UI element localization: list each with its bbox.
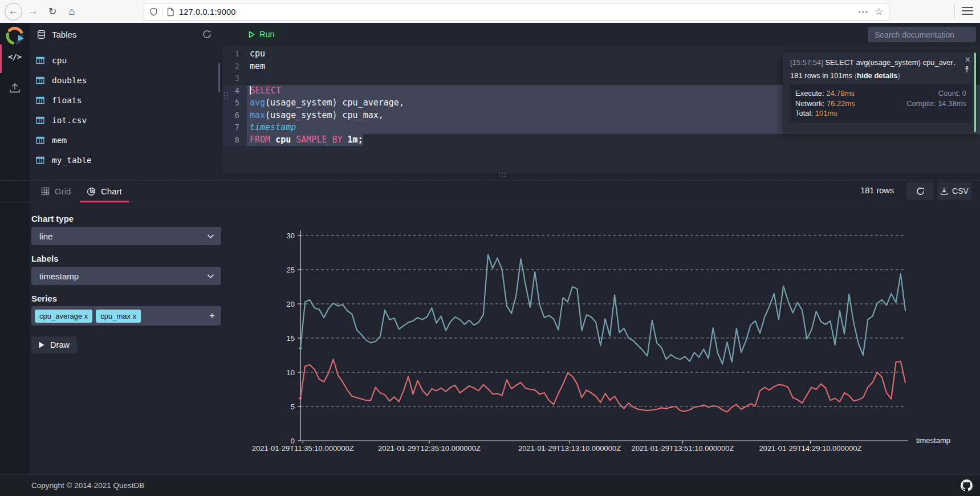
bookmark-star-icon[interactable]: ☆ xyxy=(875,6,883,18)
table-list-item[interactable]: floats xyxy=(30,90,218,110)
labels-value: timestamp xyxy=(39,271,79,281)
run-query-button[interactable]: Run xyxy=(241,26,283,42)
pie-chart-icon xyxy=(87,187,96,196)
table-icon xyxy=(35,156,45,165)
code-text: mem xyxy=(247,60,265,73)
table-icon xyxy=(35,76,45,85)
series-input[interactable]: cpu_average xcpu_max x+ xyxy=(31,306,221,326)
results-panel: Grid Chart 181 rows CSV Chart type line … xyxy=(0,180,980,475)
page-icon xyxy=(166,7,174,17)
line-number: 6 xyxy=(223,109,247,122)
browser-menu-icon[interactable] xyxy=(962,7,973,15)
shield-icon[interactable] xyxy=(149,7,158,17)
network-value: 76.22ms xyxy=(827,99,855,108)
grid-icon xyxy=(41,187,50,196)
table-list-item[interactable]: my_table xyxy=(30,150,218,170)
browser-reload-button[interactable]: ↻ xyxy=(44,5,61,18)
svg-text:30: 30 xyxy=(287,231,295,240)
notification-summary: 181 rows in 101ms (hide details) xyxy=(790,71,900,80)
network-label: Network: xyxy=(795,99,824,108)
table-list-item[interactable]: doubles xyxy=(30,70,218,90)
page-actions-icon[interactable]: ··· xyxy=(859,7,869,17)
questdb-console: { "browser": { "url": "127.0.0.1:9000" }… xyxy=(0,0,980,496)
total-label: Total: xyxy=(795,109,813,117)
chevron-down-icon xyxy=(207,234,214,239)
code-text xyxy=(247,72,250,85)
table-list-item[interactable]: mem xyxy=(30,130,218,150)
run-label: Run xyxy=(259,30,275,39)
results-tab-row: Grid Chart 181 rows CSV xyxy=(0,181,980,202)
svg-text:5: 5 xyxy=(291,403,295,411)
rows-time-summary: 181 rows in 101ms xyxy=(790,71,855,80)
draw-button[interactable]: Draw xyxy=(31,336,77,353)
svg-text:2021-01-29T13:13:10.000000Z: 2021-01-29T13:13:10.000000Z xyxy=(518,444,621,453)
svg-text:10: 10 xyxy=(287,368,295,377)
sql-editor-rail-icon[interactable]: </> xyxy=(0,52,30,61)
svg-text:15: 15 xyxy=(287,334,295,343)
labels-label: Labels xyxy=(31,254,59,263)
chrome-separator xyxy=(954,5,955,18)
table-icon xyxy=(35,136,45,145)
tab-chart[interactable]: Chart xyxy=(87,181,122,202)
series-label: Series xyxy=(31,294,57,303)
browser-home-button[interactable]: ⌂ xyxy=(63,6,80,18)
horizontal-splitter-handle[interactable] xyxy=(499,173,511,177)
rows-count: 181 rows xyxy=(860,186,894,195)
add-series-button[interactable]: + xyxy=(209,310,215,322)
import-upload-icon[interactable] xyxy=(9,82,21,96)
vertical-splitter-handle[interactable] xyxy=(224,92,228,105)
browser-url-bar[interactable]: 127.0.0.1:9000 ··· ☆ xyxy=(144,3,889,21)
draw-label: Draw xyxy=(50,340,70,349)
labels-select[interactable]: timestamp xyxy=(31,267,221,285)
url-text: 127.0.0.1:9000 xyxy=(179,7,236,17)
query-result-notification: [15:57:54] SELECT avg(usage_system) cpu_… xyxy=(783,52,976,132)
editor-line[interactable]: 8FROM cpu SAMPLE BY 1m; xyxy=(223,134,980,147)
close-icon[interactable]: × xyxy=(965,55,970,65)
execute-value: 24.78ms xyxy=(826,89,855,97)
results-refresh-button[interactable] xyxy=(906,182,934,200)
line-chart[interactable]: 0510152025302021-01-29T11:35:10.000000Z2… xyxy=(251,226,980,457)
table-name: mem xyxy=(52,136,67,145)
tab-grid-label: Grid xyxy=(55,186,71,196)
csv-label: CSV xyxy=(952,186,969,196)
svg-text:2021-01-29T13:51:10.000000Z: 2021-01-29T13:51:10.000000Z xyxy=(632,444,734,453)
search-documentation-input[interactable] xyxy=(868,27,976,42)
tables-panel-title: Tables xyxy=(52,30,76,39)
table-list-item[interactable]: iot.csv xyxy=(30,110,218,130)
download-csv-button[interactable]: CSV xyxy=(937,182,971,200)
active-tab-underline xyxy=(80,201,129,202)
notification-timestamp: [15:57:54] xyxy=(790,58,823,67)
chevron-down-icon xyxy=(207,274,214,279)
execute-label: Execute: xyxy=(795,89,824,97)
series-chip[interactable]: cpu_average x xyxy=(35,310,92,323)
svg-text:2021-01-29T14:29:10.000000Z: 2021-01-29T14:29:10.000000Z xyxy=(759,444,861,453)
series-chip[interactable]: cpu_max x xyxy=(96,310,141,323)
notification-query-text: SELECT avg(usage_system) cpu_aver… xyxy=(825,58,955,67)
line-number: 8 xyxy=(223,134,247,147)
code-text: cpu xyxy=(247,48,265,60)
svg-text:timestamp: timestamp xyxy=(916,436,950,445)
line-number: 7 xyxy=(223,121,247,134)
table-name: iot.csv xyxy=(52,116,87,125)
questdb-logo[interactable] xyxy=(5,26,25,46)
browser-back-button[interactable]: ← xyxy=(5,3,22,21)
svg-text:2021-01-29T12:35:10.000000Z: 2021-01-29T12:35:10.000000Z xyxy=(378,444,481,453)
line-number: 2 xyxy=(223,60,247,73)
pin-icon[interactable] xyxy=(963,66,970,75)
github-icon[interactable] xyxy=(961,479,973,494)
chart-type-select[interactable]: line xyxy=(31,227,221,245)
browser-forward-button[interactable]: → xyxy=(25,6,42,17)
run-play-icon xyxy=(249,31,255,38)
table-icon xyxy=(35,116,45,125)
chart-type-label: Chart type xyxy=(31,214,74,223)
line-number: 3 xyxy=(223,72,247,85)
table-name: doubles xyxy=(52,76,87,85)
tables-refresh-icon[interactable] xyxy=(202,29,212,42)
count-value: 0 xyxy=(962,89,966,97)
tables-scrollbar[interactable] xyxy=(218,63,220,92)
app-footer: Copyright © 2014-2021 QuestDB xyxy=(0,474,980,496)
hide-details-link[interactable]: hide details xyxy=(857,71,898,80)
count-label: Count: xyxy=(938,89,962,97)
tab-grid[interactable]: Grid xyxy=(41,181,71,202)
table-list-item[interactable]: cpu xyxy=(30,50,218,70)
